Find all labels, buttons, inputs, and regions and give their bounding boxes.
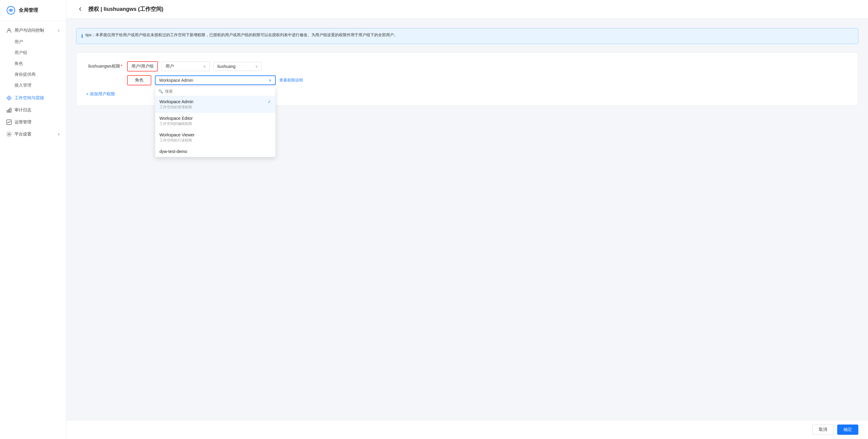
- dropdown-item-workspace-editor[interactable]: Workspace Editor 工作空间的编辑权限: [155, 113, 275, 129]
- sidebar-item-operations[interactable]: 运营管理: [0, 116, 66, 128]
- svg-point-8: [8, 134, 10, 135]
- user-group-row: 用户/用户组 用户 ∨ liushuang ∨: [127, 61, 848, 71]
- gear-icon: [6, 131, 12, 137]
- user-icon: [6, 28, 12, 33]
- chevron-up-icon: ∧: [57, 28, 60, 33]
- dropdown-item-workspace-admin[interactable]: Workspace Admin ✓ 工作空间的管理权限: [155, 96, 275, 113]
- sidebar-item-operations-label: 运营管理: [14, 120, 31, 125]
- user-group-label-box: 用户/用户组: [127, 61, 158, 71]
- dropdown-item-dyw-test-demo[interactable]: dyw-test-demo: [155, 146, 275, 157]
- role-dropdown-menu: 🔍 Workspace Admin ✓ 工作空间的管理权限: [155, 86, 276, 157]
- form-fields: 用户/用户组 用户 ∨ liushuang ∨ 角色: [127, 61, 848, 86]
- type-select-chevron: ∨: [203, 64, 206, 68]
- chevron-down-icon: ∨: [57, 132, 60, 136]
- user-select-chevron: ∨: [255, 64, 258, 68]
- dropdown-item-dyw-test-demo-name: dyw-test-demo: [159, 149, 187, 154]
- dropdown-item-workspace-viewer-name: Workspace Viewer: [159, 132, 194, 137]
- sidebar-logo: 全局管理: [0, 0, 66, 21]
- info-icon: ℹ: [81, 32, 83, 40]
- dropdown-item-workspace-editor-name: Workspace Editor: [159, 116, 193, 121]
- confirm-button[interactable]: 确定: [837, 425, 858, 435]
- sidebar-item-identity-provider[interactable]: 身份提供商: [0, 69, 66, 80]
- main: 授权 | liushuangws (工作空间) ℹ tips：本界面仅用于给用户…: [66, 0, 868, 439]
- dropdown-search-input[interactable]: [165, 89, 272, 94]
- sidebar-nav: 用户与访问控制 ∧ 用户 用户组 角色 身份提供商 接入管理 工作空间与层级: [0, 21, 66, 439]
- dropdown-item-workspace-admin-name: Workspace Admin: [159, 99, 194, 104]
- svg-point-3: [8, 97, 10, 99]
- role-label-box: 角色: [127, 75, 151, 86]
- permission-form: liushuangws权限* 用户/用户组 用户 ∨ liushuang ∨: [76, 53, 858, 106]
- sidebar: 全局管理 用户与访问控制 ∧ 用户 用户组 角色: [0, 0, 66, 439]
- bar-chart-icon: [6, 107, 12, 113]
- cancel-button[interactable]: 取消: [812, 425, 834, 435]
- search-icon: 🔍: [158, 89, 163, 94]
- user-select-value: liushuang: [217, 64, 236, 69]
- dropdown-item-workspace-editor-desc: 工作空间的编辑权限: [159, 121, 271, 127]
- dropdown-item-workspace-viewer-desc: 工作空间的只读权限: [159, 138, 271, 143]
- sidebar-section-header-user-access[interactable]: 用户与访问控制 ∧: [0, 25, 66, 36]
- chart-icon: [6, 119, 12, 125]
- main-content: ℹ tips：本界面仅用于给用户或用户组在未授权过的工作空间下新增权限，已授权的…: [66, 19, 868, 420]
- sidebar-item-access-management[interactable]: 接入管理: [0, 80, 66, 91]
- sidebar-item-workspace-hierarchy-label: 工作空间与层级: [14, 95, 44, 101]
- page-header: 授权 | liushuangws (工作空间): [66, 0, 868, 19]
- info-banner: ℹ tips：本界面仅用于给用户或用户组在未授权过的工作空间下新增权限，已授权的…: [76, 28, 858, 44]
- sidebar-logo-text: 全局管理: [19, 7, 38, 13]
- role-select-value: Workspace Admin: [159, 78, 193, 83]
- svg-point-1: [10, 10, 12, 11]
- check-icon-workspace-admin: ✓: [268, 99, 271, 104]
- back-button[interactable]: [76, 5, 85, 13]
- form-row: liushuangws权限* 用户/用户组 用户 ∨ liushuang ∨: [86, 61, 848, 86]
- sidebar-section-user-access: 用户与访问控制 ∧ 用户 用户组 角色 身份提供商 接入管理: [0, 25, 66, 91]
- role-select-chevron: ∧: [269, 78, 272, 82]
- type-select[interactable]: 用户 ∨: [162, 62, 210, 71]
- sidebar-item-user-groups[interactable]: 用户组: [0, 47, 66, 58]
- dropdown-item-workspace-viewer[interactable]: Workspace Viewer 工作空间的只读权限: [155, 129, 275, 146]
- form-label: liushuangws权限*: [86, 61, 122, 69]
- info-banner-text: tips：本界面仅用于给用户或用户组在未授权过的工作空间下新增权限，已授权的用户…: [86, 32, 398, 38]
- dropdown-search: 🔍: [155, 87, 275, 96]
- sidebar-item-platform-settings-label: 平台设置: [14, 132, 31, 137]
- sidebar-item-audit-log[interactable]: 审计日志: [0, 104, 66, 116]
- diamond-icon: [6, 95, 12, 101]
- logo-icon: [6, 5, 16, 15]
- sidebar-section-items-user-access: 用户 用户组 角色 身份提供商 接入管理: [0, 36, 66, 91]
- svg-rect-5: [8, 109, 10, 112]
- role-select[interactable]: Workspace Admin ∧: [155, 75, 276, 85]
- main-footer: 取消 确定: [66, 420, 868, 439]
- dropdown-item-workspace-admin-desc: 工作空间的管理权限: [159, 105, 271, 110]
- user-select[interactable]: liushuang ∨: [214, 62, 262, 71]
- sidebar-item-roles[interactable]: 角色: [0, 58, 66, 69]
- page-title: 授权 | liushuangws (工作空间): [88, 5, 163, 13]
- sidebar-item-users[interactable]: 用户: [0, 36, 66, 47]
- type-select-value: 用户: [165, 64, 174, 69]
- sidebar-item-platform-settings[interactable]: 平台设置 ∨: [0, 128, 66, 140]
- view-perm-link[interactable]: 查看权限说明: [279, 77, 303, 83]
- svg-rect-6: [10, 108, 11, 112]
- sidebar-item-workspace-hierarchy[interactable]: 工作空间与层级: [0, 92, 66, 104]
- sidebar-section-label-user-access: 用户与访问控制: [14, 28, 44, 33]
- sidebar-item-audit-log-label: 审计日志: [14, 107, 31, 113]
- svg-rect-4: [7, 110, 8, 112]
- role-row: 角色 Workspace Admin ∧ 🔍: [127, 75, 848, 86]
- role-select-wrapper: Workspace Admin ∧ 🔍: [155, 75, 276, 85]
